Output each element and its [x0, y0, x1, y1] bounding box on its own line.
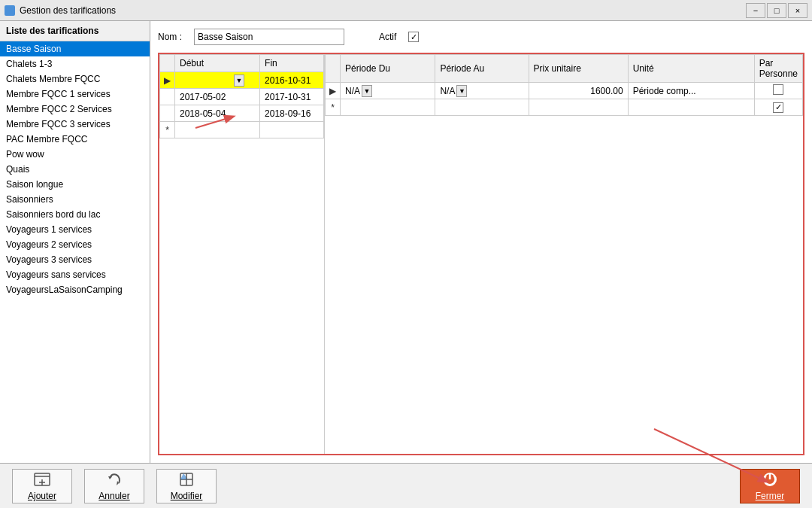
ajouter-label: Ajouter	[28, 491, 56, 501]
sidebar-item-3[interactable]: Membre FQCC 1 services	[0, 87, 150, 102]
sidebar-item-12[interactable]: Voyageurs 1 services	[0, 222, 150, 237]
unite-cell-1[interactable]	[628, 99, 754, 116]
sidebar-item-16[interactable]: VoyageursLaSaisonCamping	[0, 282, 150, 297]
sidebar-item-8[interactable]: Quais	[0, 162, 150, 177]
ajouter-button[interactable]: Ajouter	[12, 469, 72, 503]
title-bar: Gestion des tarifications − □ ×	[0, 0, 812, 21]
actif-checkbox[interactable]: ✓	[408, 32, 419, 42]
debut-cell-2[interactable]: 2018-05-04	[175, 105, 260, 122]
left-table-row-1[interactable]: 2017-05-022017-10-31	[160, 89, 324, 105]
fermer-label: Fermer	[756, 491, 785, 501]
col-periode-du: Période Du	[341, 55, 435, 83]
sidebar-header: Liste des tarifications	[0, 21, 150, 41]
prix-unitaire-cell-1[interactable]	[529, 99, 628, 116]
debut-dropdown-btn-0[interactable]: ▼	[234, 75, 244, 87]
sidebar-item-9[interactable]: Saison longue	[0, 177, 150, 192]
fin-cell-3[interactable]	[260, 122, 324, 138]
right-row-indicator-1: *	[326, 99, 341, 116]
right-row-indicator-0: ▶	[326, 83, 341, 99]
prix-unitaire-cell-0[interactable]: 1600.00	[529, 83, 628, 99]
par-personne-cell-1[interactable]: ✓	[754, 99, 802, 116]
sidebar-item-10[interactable]: Saisonniers	[0, 192, 150, 207]
par-personne-checkbox-1[interactable]: ✓	[773, 102, 783, 113]
actif-label: Actif	[379, 32, 396, 42]
par-personne-cell-0[interactable]	[754, 83, 802, 99]
row-indicator-2	[160, 105, 175, 122]
toolbar: Ajouter Annuler M	[0, 463, 812, 508]
sidebar-item-6[interactable]: PAC Membre FQCC	[0, 132, 150, 147]
right-table-row-0[interactable]: ▶N/A▼N/A▼1600.00Période comp...	[326, 83, 803, 99]
sidebar-item-11[interactable]: Saisonniers bord du lac	[0, 207, 150, 222]
debut-cell-1[interactable]: 2017-05-02	[175, 89, 260, 105]
col-par-personne: Par Personne	[754, 55, 802, 83]
sidebar-item-13[interactable]: Voyageurs 2 services	[0, 237, 150, 252]
col-fin: Fin	[260, 55, 324, 72]
sidebar-item-0[interactable]: Basse Saison	[0, 41, 150, 56]
annuler-label: Annuler	[98, 491, 129, 501]
sidebar-item-5[interactable]: Membre FQCC 3 services	[0, 117, 150, 132]
nom-label: Nom :	[158, 32, 182, 42]
sidebar-item-1[interactable]: Chalets 1-3	[0, 56, 150, 71]
app-icon	[5, 5, 15, 16]
sidebar-item-7[interactable]: Pow wow	[0, 147, 150, 162]
left-table-row-3[interactable]: *	[160, 122, 324, 138]
left-table-container: Début Fin ▶▼2016-10-312017-05-022017-10-…	[159, 54, 325, 454]
col-right-indicator	[326, 55, 341, 83]
unite-cell-0[interactable]: Période comp...	[628, 83, 754, 99]
right-table-row-1[interactable]: *✓	[326, 99, 803, 116]
svg-marker-4	[108, 476, 112, 479]
minimize-button[interactable]: −	[746, 3, 765, 18]
periode-du-dropdown-0[interactable]: ▼	[362, 85, 372, 97]
modifier-button[interactable]: Modifier	[156, 469, 217, 503]
col-prix-unitaire: Prix unitaire	[529, 55, 628, 83]
annuler-button[interactable]: Annuler	[84, 469, 144, 503]
row-indicator-3: *	[160, 122, 175, 138]
sidebar-item-14[interactable]: Voyageurs 3 services	[0, 252, 150, 267]
window-controls: − □ ×	[746, 3, 807, 18]
main-container: Liste des tarifications Basse SaisonChal…	[0, 21, 812, 463]
right-table-container: Période Du Période Au Prix unitaire Unit…	[325, 54, 803, 454]
col-periode-au: Période Au	[435, 55, 529, 83]
periode-du-cell-0[interactable]: N/A▼	[341, 83, 435, 99]
sidebar-item-4[interactable]: Membre FQCC 2 Services	[0, 102, 150, 117]
modifier-label: Modifier	[171, 491, 203, 501]
left-table: Début Fin ▶▼2016-10-312017-05-022017-10-…	[159, 54, 324, 138]
toolbar-left: Ajouter Annuler M	[12, 469, 217, 503]
periode-au-cell-0[interactable]: N/A▼	[435, 83, 529, 99]
sidebar: Liste des tarifications Basse SaisonChal…	[0, 21, 150, 463]
col-debut: Début	[175, 55, 260, 72]
sidebar-item-2[interactable]: Chalets Membre FQCC	[0, 71, 150, 87]
fin-cell-1[interactable]: 2017-10-31	[260, 89, 324, 105]
row-indicator-0: ▶	[160, 72, 175, 89]
content-area: Nom : Actif ✓ Début Fin ▶▼201	[150, 21, 812, 463]
fin-cell-0[interactable]: 2016-10-31	[260, 72, 324, 89]
sidebar-item-15[interactable]: Voyageurs sans services	[0, 267, 150, 282]
window-title: Gestion des tarifications	[20, 5, 116, 16]
par-personne-checkbox-0[interactable]	[773, 84, 783, 95]
col-unite: Unité	[628, 55, 754, 83]
debut-cell-3[interactable]	[175, 122, 260, 138]
form-row: Nom : Actif ✓	[158, 29, 804, 45]
left-table-row-2[interactable]: 2018-05-042018-09-16	[160, 105, 324, 122]
periode-du-cell-1[interactable]	[341, 99, 435, 116]
sidebar-items-list: Basse SaisonChalets 1-3Chalets Membre FQ…	[0, 41, 150, 297]
col-indicator	[160, 55, 175, 72]
periode-au-cell-1[interactable]	[435, 99, 529, 116]
close-button[interactable]: ×	[788, 3, 807, 18]
fermer-button[interactable]: Fermer	[740, 469, 800, 503]
debut-input-0[interactable]	[180, 75, 232, 87]
power-icon	[761, 470, 779, 488]
nom-input[interactable]	[194, 29, 344, 45]
maximize-button[interactable]: □	[767, 3, 786, 18]
tables-wrapper: Début Fin ▶▼2016-10-312017-05-022017-10-…	[158, 53, 804, 455]
right-table: Période Du Période Au Prix unitaire Unit…	[325, 54, 803, 116]
undo-icon	[105, 470, 123, 488]
debut-cell-0[interactable]: ▼	[175, 72, 260, 89]
periode-au-dropdown-0[interactable]: ▼	[456, 85, 467, 97]
fin-cell-2[interactable]: 2018-09-16	[260, 105, 324, 122]
add-icon	[33, 470, 51, 488]
left-table-row-0[interactable]: ▶▼2016-10-31	[160, 72, 324, 89]
row-indicator-1	[160, 89, 175, 105]
edit-icon	[177, 470, 195, 488]
